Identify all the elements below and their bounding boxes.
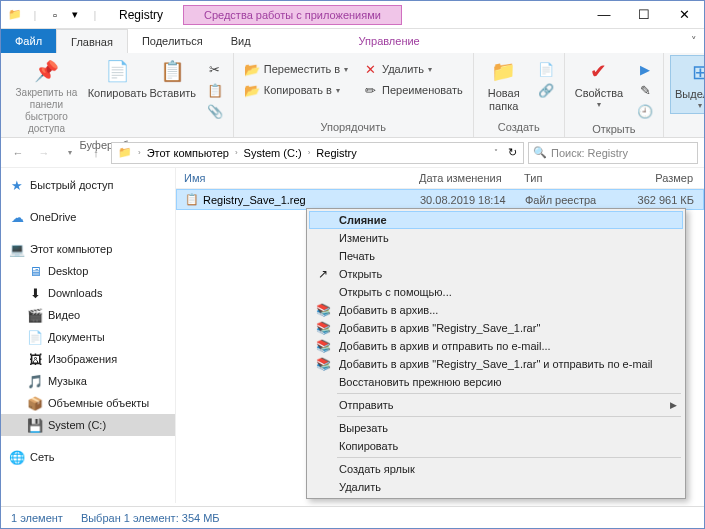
breadcrumb-segment[interactable]: System (C:) bbox=[240, 147, 306, 159]
sidebar-item-videos[interactable]: 🎬Видео bbox=[1, 304, 175, 326]
sidebar-item-documents[interactable]: 📄Документы bbox=[1, 326, 175, 348]
tab-manage[interactable]: Управление bbox=[345, 29, 434, 53]
delete-button[interactable]: ✕Удалить▾ bbox=[358, 59, 467, 79]
status-selection: Выбран 1 элемент: 354 МБ bbox=[81, 512, 220, 524]
sidebar-item-systemc[interactable]: 💾System (C:) bbox=[1, 414, 175, 436]
file-date: 30.08.2019 18:14 bbox=[412, 194, 517, 206]
sidebar-item-music[interactable]: 🎵Музыка bbox=[1, 370, 175, 392]
cut-small-button[interactable]: ✂ bbox=[203, 59, 227, 79]
recent-button[interactable]: ▾ bbox=[59, 142, 81, 164]
column-header-name[interactable]: Имя bbox=[176, 172, 411, 184]
context-menu-item-sendto[interactable]: Отправить▶ bbox=[309, 396, 683, 414]
pin-button[interactable]: 📌Закрепить на панели быстрого доступа bbox=[7, 55, 86, 137]
column-headers: Имя Дата изменения Тип Размер bbox=[176, 168, 704, 189]
ribbon-group-organize: 📂Переместить в▾ 📂Копировать в▾ ✕Удалить▾… bbox=[234, 53, 474, 137]
context-menu-item-edit[interactable]: Изменить bbox=[309, 229, 683, 247]
context-menu-item-copy[interactable]: Копировать bbox=[309, 437, 683, 455]
ribbon-group-label: Упорядочить bbox=[240, 119, 467, 135]
window-controls: — ☐ ✕ bbox=[584, 1, 704, 29]
context-menu-item-shortcut[interactable]: Создать ярлык bbox=[309, 460, 683, 478]
winrar-icon: 📚 bbox=[315, 338, 331, 354]
menu-separator bbox=[337, 393, 681, 394]
file-name: Registry_Save_1.reg bbox=[203, 194, 306, 206]
tab-home[interactable]: Главная bbox=[56, 29, 128, 53]
breadcrumb[interactable]: 📁 › Этот компьютер › System (C:) › Regis… bbox=[111, 142, 524, 164]
context-menu-item-addemail[interactable]: 📚Добавить в архив и отправить по e-mail.… bbox=[309, 337, 683, 355]
qat-item[interactable]: ▫ bbox=[47, 7, 63, 23]
ribbon-group-label bbox=[670, 131, 705, 135]
context-menu-item-addraremail[interactable]: 📚Добавить в архив "Registry_Save_1.rar" … bbox=[309, 355, 683, 373]
context-menu-item-delete[interactable]: Удалить bbox=[309, 478, 683, 496]
context-menu-item-cut[interactable]: Вырезать bbox=[309, 419, 683, 437]
column-header-size[interactable]: Размер bbox=[621, 172, 701, 184]
sidebar-item-quick-access[interactable]: ★Быстрый доступ bbox=[1, 174, 175, 196]
sidebar-item-thispc[interactable]: 💻Этот компьютер bbox=[1, 238, 175, 260]
chevron-right-icon[interactable]: › bbox=[138, 148, 141, 157]
search-icon: 🔍 bbox=[533, 146, 547, 159]
pasteshortcut-small-button[interactable]: 📎 bbox=[203, 101, 227, 121]
sidebar-item-network[interactable]: 🌐Сеть bbox=[1, 446, 175, 468]
address-bar: ← → ▾ ↑ 📁 › Этот компьютер › System (C:)… bbox=[1, 138, 704, 168]
back-button[interactable]: ← bbox=[7, 142, 29, 164]
file-size: 362 961 КБ bbox=[622, 194, 702, 206]
copyto-button[interactable]: 📂Копировать в▾ bbox=[240, 80, 352, 100]
winrar-icon: 📚 bbox=[315, 320, 331, 336]
search-input[interactable]: 🔍 Поиск: Registry bbox=[528, 142, 698, 164]
up-button[interactable]: ↑ bbox=[85, 142, 107, 164]
menu-separator bbox=[337, 416, 681, 417]
column-header-type[interactable]: Тип bbox=[516, 172, 621, 184]
forward-button[interactable]: → bbox=[33, 142, 55, 164]
sidebar-item-downloads[interactable]: ⬇Downloads bbox=[1, 282, 175, 304]
moveto-button[interactable]: 📂Переместить в▾ bbox=[240, 59, 352, 79]
status-item-count: 1 элемент bbox=[11, 512, 63, 524]
file-row[interactable]: 📋Registry_Save_1.reg 30.08.2019 18:14 Фа… bbox=[176, 189, 704, 210]
ribbon-group-clipboard: 📌Закрепить на панели быстрого доступа 📄К… bbox=[1, 53, 234, 137]
maximize-button[interactable]: ☐ bbox=[624, 1, 664, 29]
tab-view[interactable]: Вид bbox=[217, 29, 265, 53]
ribbon-group-label: Открыть bbox=[571, 121, 657, 137]
chevron-right-icon[interactable]: › bbox=[235, 148, 238, 157]
breadcrumb-segment[interactable]: Этот компьютер bbox=[143, 147, 233, 159]
ribbon-group-label: Создать bbox=[480, 119, 558, 135]
context-menu-item-openwith[interactable]: Открыть с помощью... bbox=[309, 283, 683, 301]
select-button[interactable]: ⊞Выделить▾ bbox=[670, 55, 705, 114]
open-small-button[interactable]: ▶ bbox=[633, 59, 657, 79]
paste-button[interactable]: 📋Вставить bbox=[149, 55, 197, 102]
sidebar-item-onedrive[interactable]: ☁OneDrive bbox=[1, 206, 175, 228]
ribbon-collapse-button[interactable]: ˅ bbox=[684, 29, 704, 53]
tab-share[interactable]: Поделиться bbox=[128, 29, 217, 53]
copypath-small-button[interactable]: 📋 bbox=[203, 80, 227, 100]
context-menu-item-restore[interactable]: Восстановить прежнюю версию bbox=[309, 373, 683, 391]
contextual-tab-label: Средства работы с приложениями bbox=[183, 5, 402, 25]
edit-small-button[interactable]: ✎ bbox=[633, 80, 657, 100]
newitem-small-button[interactable]: 📄 bbox=[534, 59, 558, 79]
sidebar-item-desktop[interactable]: 🖥Desktop bbox=[1, 260, 175, 282]
column-header-date[interactable]: Дата изменения bbox=[411, 172, 516, 184]
breadcrumb-dropdown[interactable]: ˅ bbox=[490, 148, 502, 157]
history-small-button[interactable]: 🕘 bbox=[633, 101, 657, 121]
sidebar-item-3dobjects[interactable]: 📦Объемные объекты bbox=[1, 392, 175, 414]
sidebar-item-pictures[interactable]: 🖼Изображения bbox=[1, 348, 175, 370]
menu-separator bbox=[337, 457, 681, 458]
qat-item[interactable]: ▾ bbox=[67, 7, 83, 23]
easyaccess-small-button[interactable]: 🔗 bbox=[534, 80, 558, 100]
ribbon-tabs: Файл Главная Поделиться Вид Управление ˅ bbox=[1, 29, 704, 53]
rename-button[interactable]: ✏Переименовать bbox=[358, 80, 467, 100]
navigation-pane: ★Быстрый доступ ☁OneDrive 💻Этот компьюте… bbox=[1, 168, 176, 503]
tab-file[interactable]: Файл bbox=[1, 29, 56, 53]
context-menu-item-merge[interactable]: Слияние bbox=[309, 211, 683, 229]
context-menu-item-addrar[interactable]: 📚Добавить в архив "Registry_Save_1.rar" bbox=[309, 319, 683, 337]
newfolder-button[interactable]: 📁Новая папка bbox=[480, 55, 528, 115]
copy-button[interactable]: 📄Копировать bbox=[92, 55, 143, 102]
context-menu-item-addarchive[interactable]: 📚Добавить в архив... bbox=[309, 301, 683, 319]
regfile-icon: 📋 bbox=[185, 193, 199, 206]
properties-button[interactable]: ✔Свойства▾ bbox=[571, 55, 627, 112]
context-menu-item-print[interactable]: Печать bbox=[309, 247, 683, 265]
context-menu-item-open[interactable]: ↗Открыть bbox=[309, 265, 683, 283]
qat-separator: | bbox=[27, 7, 43, 23]
refresh-button[interactable]: ↻ bbox=[504, 146, 521, 159]
breadcrumb-segment[interactable]: Registry bbox=[312, 147, 360, 159]
minimize-button[interactable]: — bbox=[584, 1, 624, 29]
close-button[interactable]: ✕ bbox=[664, 1, 704, 29]
chevron-right-icon[interactable]: › bbox=[308, 148, 311, 157]
